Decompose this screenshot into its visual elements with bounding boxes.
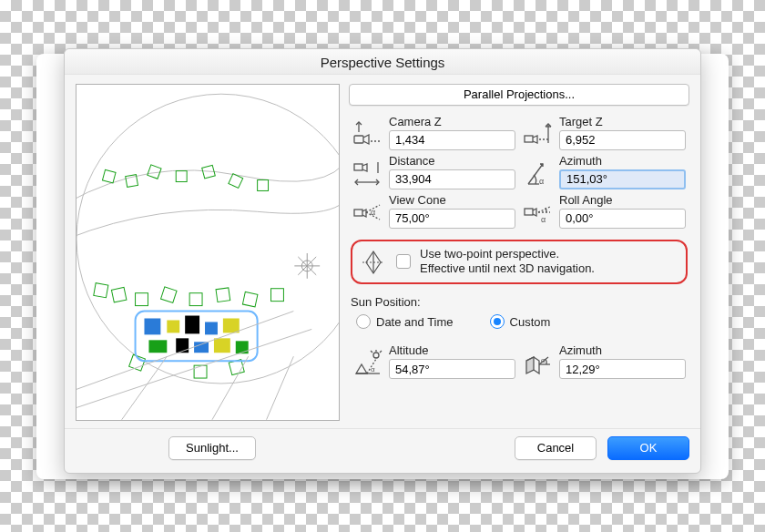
svg-text:α: α: [371, 365, 375, 373]
radio-custom-label: Custom: [510, 315, 551, 329]
plan-preview: [76, 84, 340, 421]
svg-line-55: [371, 351, 372, 353]
radio-custom[interactable]: Custom: [490, 314, 551, 329]
azimuth-input[interactable]: [559, 169, 686, 189]
svg-text:α: α: [539, 177, 544, 186]
dialog-title: Perspective Settings: [65, 49, 700, 75]
roll-angle-input[interactable]: [559, 209, 686, 229]
camera-z-input[interactable]: [389, 130, 515, 150]
view-cone-input[interactable]: [389, 209, 515, 229]
svg-point-52: [373, 353, 379, 358]
parallel-projections-button[interactable]: Parallel Projections...: [349, 84, 689, 106]
svg-rect-31: [148, 340, 167, 353]
roll-angle-icon: α: [523, 196, 554, 229]
svg-rect-42: [525, 136, 533, 142]
camera-z-icon: [352, 118, 383, 150]
perspective-settings-dialog: Perspective Settings: [64, 48, 701, 474]
two-point-line2: Effective until next 3D navigation.: [420, 261, 595, 277]
target-z-icon: [523, 118, 554, 150]
svg-rect-34: [214, 338, 230, 353]
camera-z-label: Camera Z: [389, 115, 515, 128]
svg-rect-41: [354, 136, 363, 143]
distance-label: Distance: [389, 154, 515, 168]
azimuth-icon: α: [523, 157, 554, 189]
radio-date-label: Date and Time: [376, 315, 454, 329]
svg-rect-32: [176, 338, 189, 353]
svg-text:α: α: [541, 356, 546, 364]
svg-rect-0: [76, 85, 339, 419]
svg-text:α: α: [541, 215, 546, 224]
svg-rect-26: [144, 318, 160, 334]
two-point-perspective-box: Use two-point perspective. Effective unt…: [351, 240, 688, 285]
distance-icon: [352, 157, 383, 189]
sun-altitude-label: Altitude: [389, 343, 515, 357]
target-z-label: Target Z: [559, 115, 686, 128]
target-z-input[interactable]: [559, 130, 686, 150]
svg-rect-48: [525, 209, 533, 215]
svg-rect-35: [236, 341, 249, 353]
svg-rect-27: [167, 320, 179, 332]
view-cone-label: View Cone: [389, 193, 515, 207]
roll-angle-label: Roll Angle: [559, 193, 686, 207]
sun-azimuth-input[interactable]: [559, 359, 686, 379]
svg-rect-30: [223, 318, 240, 332]
two-point-checkbox[interactable]: [396, 254, 411, 269]
cancel-button[interactable]: Cancel: [515, 436, 597, 460]
svg-rect-46: [354, 210, 362, 216]
svg-rect-29: [205, 322, 218, 334]
ok-button[interactable]: OK: [607, 436, 689, 460]
azimuth-label: Azimuth: [559, 154, 686, 168]
sun-azimuth-icon: α: [523, 346, 554, 379]
sun-altitude-input[interactable]: [389, 359, 515, 379]
radio-date-and-time[interactable]: Date and Time: [356, 314, 454, 329]
view-cone-icon: α: [352, 196, 383, 229]
svg-rect-28: [185, 315, 199, 333]
svg-text:α: α: [371, 208, 375, 217]
svg-rect-33: [194, 342, 209, 353]
svg-line-54: [380, 351, 382, 353]
sunlight-button[interactable]: Sunlight...: [168, 436, 256, 460]
two-point-icon: [360, 248, 387, 275]
two-point-line1: Use two-point perspective.: [420, 247, 595, 262]
sun-azimuth-label: Azimuth: [559, 343, 686, 357]
sun-altitude-icon: α: [352, 346, 383, 379]
distance-input[interactable]: [389, 169, 515, 189]
sun-position-label: Sun Position:: [351, 295, 689, 309]
svg-rect-43: [354, 164, 362, 170]
